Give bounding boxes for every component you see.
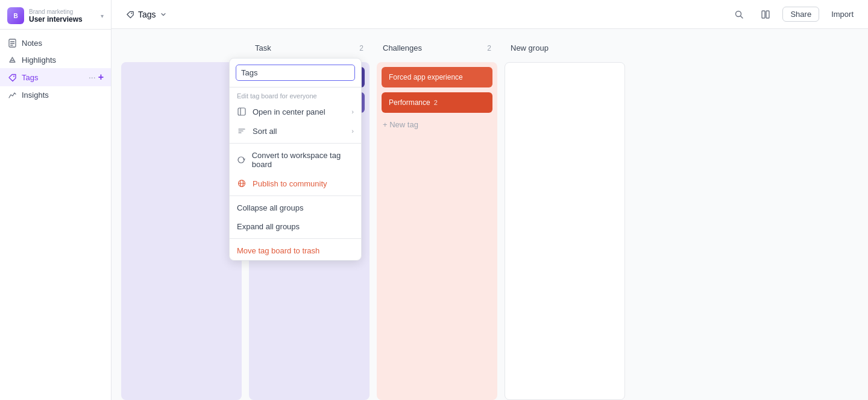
publish-icon [237, 179, 247, 188]
topbar-left: Tags [121, 7, 172, 22]
tag-performance[interactable]: Performance 2 [382, 92, 492, 113]
main-content: Tags Share [112, 0, 868, 400]
column-new-group-title: New group [511, 43, 549, 52]
avatar: B [7, 7, 24, 24]
tag-performance-label: Performance [389, 98, 430, 107]
dropdown-search-input[interactable] [236, 65, 355, 81]
search-icon [734, 10, 744, 19]
workspace-info: Brand marketing User interviews [29, 8, 96, 24]
column-dropdown-body [121, 62, 242, 400]
sidebar-item-label-notes: Notes [22, 39, 42, 48]
svg-rect-10 [766, 11, 769, 18]
import-label: Import [831, 10, 854, 19]
sidebar-item-label-tags: Tags [22, 73, 38, 82]
insights-icon [7, 90, 17, 100]
expand-groups-label: Expand all groups [237, 222, 300, 231]
dropdown-menu: Edit tag board for everyone Open in cent… [229, 58, 362, 261]
open-center-panel-label: Open in center panel [253, 107, 326, 116]
expand-groups-item[interactable]: Expand all groups [230, 217, 361, 236]
sidebar-item-label-insights: Insights [22, 90, 49, 100]
open-center-panel-item[interactable]: Open in center panel › [230, 102, 361, 121]
search-button[interactable] [729, 7, 749, 22]
svg-line-8 [741, 16, 743, 19]
import-button[interactable]: Import [826, 7, 858, 21]
svg-point-6 [131, 13, 132, 14]
layout-button[interactable] [756, 7, 775, 22]
sidebar-item-highlights[interactable]: Highlights [0, 51, 111, 68]
column-challenges-body: Forced app experience Performance 2 + Ne… [377, 62, 497, 400]
share-button[interactable]: Share [782, 7, 819, 22]
sidebar: B Brand marketing User interviews ▾ Note… [0, 0, 112, 400]
brand-name: Brand marketing [29, 8, 96, 15]
move-trash-item[interactable]: Move tag board to trash [230, 241, 361, 260]
column-new-group-body [505, 62, 625, 400]
column-challenges-header: Challenges 2 [377, 39, 497, 57]
tag-forced-app[interactable]: Forced app experience [382, 67, 492, 87]
column-new-group-header: New group [505, 39, 625, 57]
sort-arrow: › [351, 127, 354, 135]
tags-icon [7, 72, 17, 82]
convert-workspace-label: Convert to workspace tag board [252, 151, 354, 169]
challenges-new-tag-button[interactable]: + New tag [382, 118, 420, 132]
workspace-chevron-icon[interactable]: ▾ [101, 13, 104, 19]
share-label: Share [790, 10, 811, 19]
sort-icon [237, 126, 247, 136]
sidebar-item-label-highlights: Highlights [22, 56, 56, 65]
publish-community-item[interactable]: Publish to community [230, 174, 361, 193]
highlights-icon [7, 55, 17, 65]
column-task-count: 2 [359, 44, 363, 52]
sidebar-item-insights[interactable]: Insights [0, 86, 111, 103]
workspace-name: User interviews [29, 15, 96, 24]
divider-3 [230, 238, 361, 239]
svg-rect-9 [762, 11, 765, 18]
publish-community-label: Publish to community [253, 179, 327, 188]
notes-icon [7, 38, 17, 48]
column-task-title: Task [255, 43, 271, 52]
tags-dropdown-button[interactable]: Tags [121, 7, 172, 22]
dropdown-search-section [230, 59, 361, 87]
tags-button-label: Tags [138, 10, 156, 19]
svg-rect-11 [238, 108, 245, 115]
divider-1 [230, 143, 361, 144]
collapse-groups-label: Collapse all groups [237, 203, 304, 212]
sort-all-item[interactable]: Sort all › [230, 121, 361, 141]
tags-nav-actions: ··· + [89, 72, 104, 83]
column-dropdown-space: — [121, 39, 242, 390]
topbar-right: Share Import [729, 7, 858, 22]
collapse-groups-item[interactable]: Collapse all groups [230, 198, 361, 217]
tag-forced-app-label: Forced app experience [389, 73, 463, 81]
tag-performance-count: 2 [434, 99, 438, 106]
tags-add-button[interactable]: + [98, 72, 104, 83]
move-trash-label: Move tag board to trash [237, 246, 319, 255]
sidebar-header: B Brand marketing User interviews ▾ [0, 0, 111, 30]
tags-chevron-icon [160, 11, 167, 18]
convert-workspace-item[interactable]: Convert to workspace tag board [230, 146, 361, 174]
divider-2 [230, 195, 361, 196]
convert-icon [237, 155, 246, 165]
dropdown-section-label: Edit tag board for everyone [230, 87, 361, 102]
challenges-new-tag-label: + New tag [383, 120, 418, 129]
topbar: Tags Share [112, 0, 868, 29]
column-challenges-count: 2 [487, 44, 491, 52]
column-challenges: Challenges 2 Forced app experience Perfo… [377, 39, 497, 390]
sidebar-item-tags[interactable]: Tags ··· + [0, 68, 111, 86]
svg-point-5 [13, 75, 14, 77]
open-panel-arrow: › [351, 108, 354, 115]
sort-all-label: Sort all [253, 127, 277, 136]
tags-more-button[interactable]: ··· [89, 72, 96, 82]
column-new-group: New group [505, 39, 625, 390]
layout-icon [761, 10, 770, 19]
sidebar-item-notes[interactable]: Notes [0, 34, 111, 51]
open-panel-icon [237, 107, 247, 116]
board: Edit tag board for everyone Open in cent… [112, 29, 868, 400]
tags-topbar-icon [126, 10, 134, 19]
sidebar-nav: Notes Highlights Tags ··· + [0, 30, 111, 400]
column-challenges-title: Challenges [383, 43, 422, 52]
column-task-header: Task 2 [249, 39, 370, 57]
